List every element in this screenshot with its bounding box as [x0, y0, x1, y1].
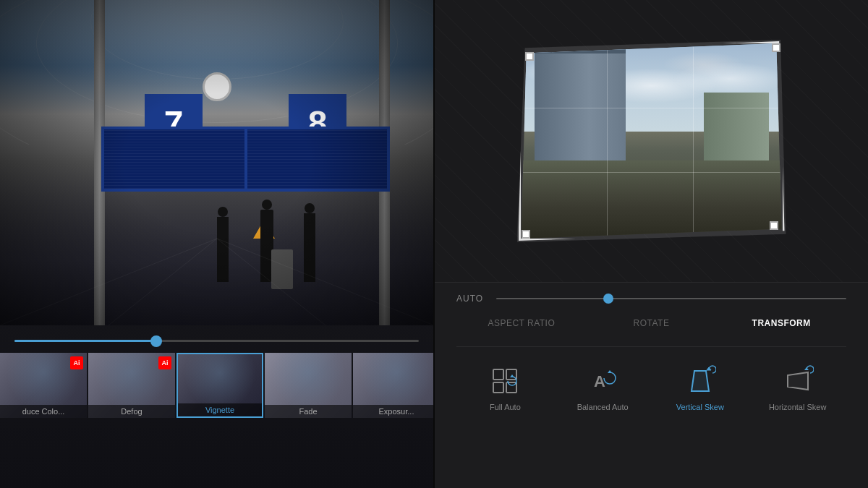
- thumbnail-defog[interactable]: Ai Defog: [88, 353, 175, 418]
- horizontal-skew-icon: [782, 365, 814, 397]
- svg-line-2: [217, 239, 326, 325]
- thumbnail-label-2: Defog: [88, 405, 175, 418]
- tabs-row: ASPECT RATIO ROTATE TRANSFORM: [456, 314, 846, 332]
- svg-text:A: A: [594, 372, 605, 390]
- board-section-1: [104, 129, 244, 189]
- thumbnails-strip: Ai duce Colo... Ai Defog Vignette Fade: [0, 349, 433, 421]
- corner-handle-tl[interactable]: [525, 52, 534, 61]
- photo-ground: [522, 160, 782, 239]
- floor-area: [0, 239, 433, 325]
- transform-option-full-auto[interactable]: Full Auto: [476, 365, 534, 411]
- slider-thumb[interactable]: [150, 335, 162, 347]
- thumbnail-label-3: Vignette: [178, 403, 262, 416]
- controls-section: AUTO ASPECT RATIO ROTATE TRANSFORM: [435, 283, 868, 429]
- tab-transform[interactable]: TRANSFORM: [716, 314, 846, 332]
- full-auto-icon-svg: [489, 365, 521, 397]
- thumbnail-exposure[interactable]: Exposur...: [353, 353, 433, 418]
- right-panel: AUTO ASPECT RATIO ROTATE TRANSFORM: [435, 0, 868, 488]
- corner-handle-tr[interactable]: [772, 43, 780, 52]
- balanced-auto-label: Balanced Auto: [577, 403, 629, 411]
- transform-options: Full Auto A Balanced Auto: [456, 358, 846, 419]
- balanced-auto-icon: A: [587, 365, 618, 397]
- horizontal-skew-icon-svg: [782, 365, 814, 397]
- station-clock: [203, 72, 231, 101]
- person-2-head: [262, 200, 272, 210]
- photo-building: [535, 53, 626, 161]
- svg-marker-10: [608, 370, 612, 373]
- main-photo: 7 8: [0, 0, 433, 325]
- svg-marker-8: [510, 374, 514, 377]
- corner-handle-br[interactable]: [770, 221, 778, 230]
- adjustment-slider-track[interactable]: [14, 340, 419, 342]
- thumbnail-label-5: Exposur...: [353, 405, 433, 418]
- auto-slider-row: AUTO: [456, 294, 846, 304]
- corner-handle-bl[interactable]: [522, 230, 530, 239]
- thumbnail-label-4: Fade: [265, 405, 352, 418]
- thumbnail-fade[interactable]: Fade: [265, 353, 352, 418]
- photo-frame: [522, 43, 782, 239]
- svg-rect-6: [493, 382, 503, 393]
- svg-line-3: [217, 239, 433, 325]
- photo-transform-container: [522, 43, 782, 239]
- adobe-badge-2: Ai: [158, 356, 171, 369]
- vertical-skew-icon-svg: [684, 365, 716, 397]
- auto-label: AUTO: [456, 294, 485, 304]
- separator-2: [456, 346, 846, 347]
- floor-lines-svg: [0, 239, 433, 325]
- svg-marker-11: [707, 367, 711, 370]
- left-panel: 7 8: [0, 0, 433, 488]
- svg-line-0: [0, 239, 217, 325]
- vertical-skew-label: Vertical Skew: [676, 403, 724, 411]
- adjustment-slider-section: [0, 325, 433, 349]
- horizontal-skew-label: Horizontal Skew: [769, 403, 826, 411]
- auto-slider-track[interactable]: [496, 298, 846, 299]
- person-1-head: [218, 207, 228, 217]
- transform-option-horizontal-skew[interactable]: Horizontal Skew: [769, 365, 827, 411]
- tab-rotate[interactable]: ROTATE: [587, 314, 717, 332]
- departure-board: [101, 127, 390, 192]
- thumbnail-label-1: duce Colo...: [0, 405, 87, 418]
- slider-fill: [14, 340, 156, 342]
- photo-building-2: [704, 93, 769, 171]
- photo-content: [522, 43, 782, 239]
- vertical-skew-icon: [684, 365, 716, 397]
- adobe-badge-1: Ai: [70, 356, 83, 369]
- thumbnail-reduce-color[interactable]: Ai duce Colo...: [0, 353, 87, 418]
- thumbnail-vignette[interactable]: Vignette: [176, 353, 263, 418]
- auto-slider-thumb[interactable]: [603, 294, 613, 304]
- full-auto-label: Full Auto: [490, 403, 521, 411]
- transform-option-vertical-skew[interactable]: Vertical Skew: [671, 365, 729, 411]
- svg-rect-4: [493, 369, 503, 380]
- bottom-controls: Ai duce Colo... Ai Defog Vignette Fade: [0, 325, 433, 488]
- transform-option-balanced-auto[interactable]: A Balanced Auto: [574, 365, 631, 411]
- board-section-2: [247, 129, 388, 189]
- balanced-auto-icon-svg: A: [587, 365, 618, 397]
- preview-area: [435, 0, 868, 282]
- full-auto-icon: [489, 365, 521, 397]
- svg-line-1: [109, 239, 217, 325]
- person-3-head: [305, 203, 315, 213]
- svg-marker-12: [804, 367, 809, 370]
- tab-aspect-ratio[interactable]: ASPECT RATIO: [456, 314, 587, 332]
